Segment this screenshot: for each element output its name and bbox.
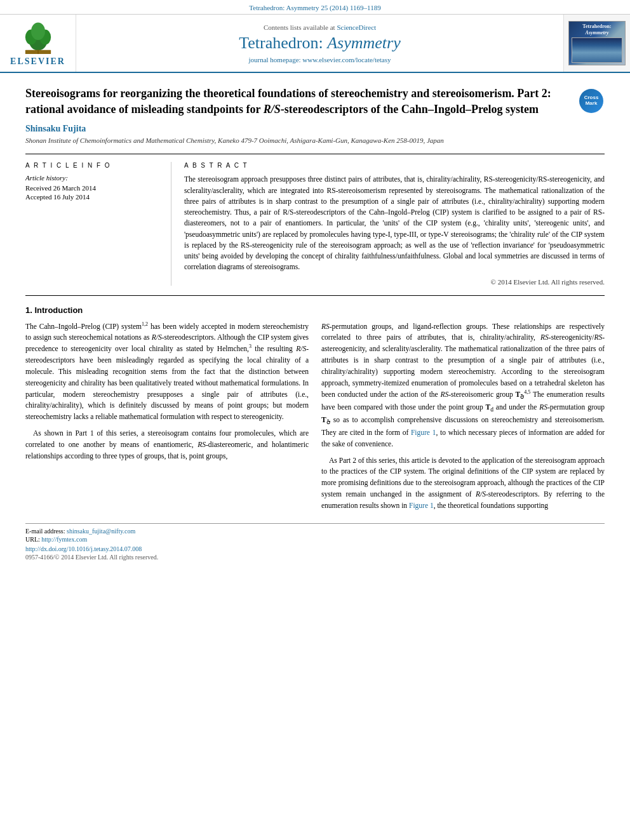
right-para-2: As Part 2 of this series, this article i… [321,455,605,512]
doi-link[interactable]: http://dx.doi.org/10.1016/j.tetasy.2014.… [25,545,142,552]
article-content: Stereoisograms for reorganizing the theo… [0,73,630,573]
issn-line: 0957-4166/© 2014 Elsevier Ltd. All right… [25,554,605,561]
abstract-column: A B S T R A C T The stereoisogram approa… [184,162,605,285]
author-affiliation: Shonan Institute of Chemoinformatics and… [25,137,605,144]
url-footnote: URL: http://fymtex.com [25,536,605,543]
section-number: 1. [25,305,32,315]
section-name: Introduction [34,305,83,315]
section-title: 1. Introduction [25,305,605,315]
intro-para1-text: The Cahn–Ingold–Prelog (CIP) system1,2 h… [25,323,309,421]
svg-point-4 [31,23,45,41]
article-title: Stereoisograms for reorganizing the theo… [25,86,579,117]
journal-homepage: journal homepage: www.elsevier.com/locat… [248,56,391,63]
journal-top-bar: Tetrahedron: Asymmetry 25 (2014) 1169–11… [0,0,630,15]
email-link[interactable]: shinsaku_fujita@nifty.com [67,528,135,535]
article-title-suffix: -stereodescriptors of the Cahn–Ingold–Pr… [281,103,539,116]
abstract-label: A B S T R A C T [184,162,605,169]
header-center: Contents lists available at ScienceDirec… [76,15,563,72]
header-section: ELSEVIER Contents lists available at Sci… [0,15,630,73]
received-date: Received 26 March 2014 [25,184,161,192]
journal-title: Tetrahedron: Asymmetry [239,34,400,53]
sciencedirect-prefix: Contents lists available at [264,23,335,31]
email-footnote: E-mail address: shinsaku_fujita@nifty.co… [25,528,605,535]
copyright-line: © 2014 Elsevier Ltd. All rights reserved… [184,278,605,286]
page: Tetrahedron: Asymmetry 25 (2014) 1169–11… [0,0,630,573]
crossmark-badge[interactable]: CrossMark [579,89,605,114]
crossmark-icon: CrossMark [579,89,603,113]
article-info-column: A R T I C L E I N F O Article history: R… [25,162,171,285]
intro-para-2: As shown in Part 1 of this series, a ste… [25,428,309,462]
journal-homepage-link[interactable]: journal homepage: www.elsevier.com/locat… [248,56,391,63]
author-name: Shinsaku Fujita [25,124,605,134]
journal-top-header-text: Tetrahedron: Asymmetry 25 (2014) 1169–11… [249,4,380,11]
header-right: Tetrahedron:Asymmetry [563,15,630,72]
elsevier-tree-icon [19,20,57,55]
url-label: URL: [25,536,40,543]
article-title-section: Stereoisograms for reorganizing the theo… [25,86,605,117]
sciencedirect-line: Contents lists available at ScienceDirec… [264,23,376,31]
right-para-1: RS-permutation groups, and ligand-reflec… [321,321,605,450]
article-info-abstract-section: A R T I C L E I N F O Article history: R… [25,154,605,285]
abstract-text: The stereoisogram approach presupposes t… [184,174,605,272]
body-column-right: RS-permutation groups, and ligand-reflec… [321,321,605,517]
article-info-label: A R T I C L E I N F O [25,162,161,169]
accepted-date: Accepted 16 July 2014 [25,193,161,201]
sciencedirect-link[interactable]: ScienceDirect [337,23,376,31]
email-label: E-mail address: [25,528,65,535]
intro-para-1: The Cahn–Ingold–Prelog (CIP) system1,2 h… [25,321,309,423]
elsevier-brand-text: ELSEVIER [10,57,65,67]
doi-line: http://dx.doi.org/10.1016/j.tetasy.2014.… [25,545,605,552]
journal-title-prefix: Tetrahedron: [239,34,327,52]
article-title-italic: R/S [264,103,281,116]
elsevier-logo: ELSEVIER [10,20,65,67]
body-columns: The Cahn–Ingold–Prelog (CIP) system1,2 h… [25,321,605,517]
url-link[interactable]: http://fymtex.com [41,536,87,543]
article-history-label: Article history: [25,174,161,182]
journal-title-italic: Asymmetry [327,34,401,52]
body-column-left: The Cahn–Ingold–Prelog (CIP) system1,2 h… [25,321,309,517]
footnotes-section: E-mail address: shinsaku_fujita@nifty.co… [25,523,605,561]
journal-thumbnail: Tetrahedron:Asymmetry [568,21,626,65]
introduction-section: 1. Introduction The Cahn–Ingold–Prelog (… [25,295,605,517]
elsevier-logo-section: ELSEVIER [0,15,76,72]
